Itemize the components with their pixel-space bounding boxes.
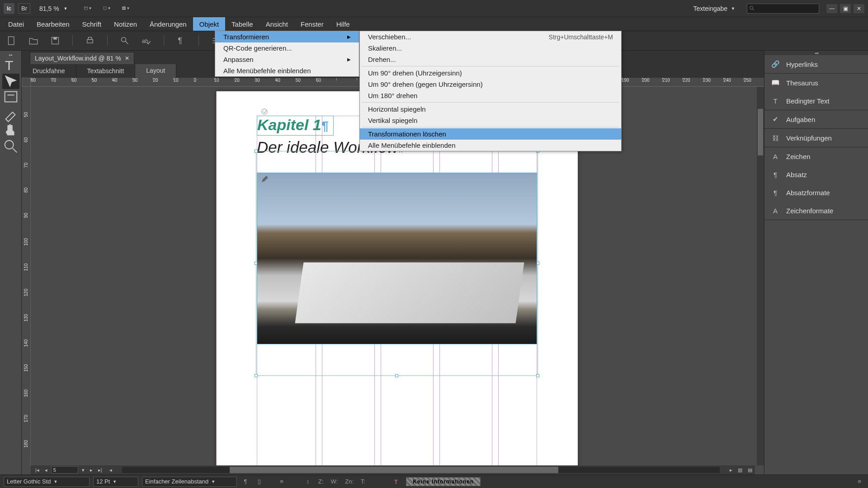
panel-absatz[interactable]: ¶Absatz [764, 165, 868, 183]
menu-item[interactable]: Alle Menübefehle einblenden [360, 140, 621, 151]
collapse-panels-button[interactable]: ◂◂ [764, 51, 868, 55]
panel-bedingter text[interactable]: TBedingter Text [764, 92, 868, 110]
statusbar-menu-icon[interactable]: ≡ [854, 477, 864, 487]
depth-icon[interactable]: ▯ [254, 477, 264, 487]
menu-item[interactable]: Verschieben...Strg+Umschalttaste+M [360, 31, 621, 42]
font-selector[interactable]: Letter Gothic Std▼ [4, 477, 90, 487]
save-icon[interactable] [51, 36, 60, 45]
info-icon[interactable]: T [392, 477, 402, 487]
split-view-button[interactable]: ▥ [735, 467, 745, 473]
panel-thesaurus[interactable]: 📖Thesaurus [764, 74, 868, 92]
panel-verknüpfungen[interactable]: ⛓Verknüpfungen [764, 129, 868, 147]
menu-hilfe[interactable]: Hilfe [330, 17, 356, 31]
pencil-icon [261, 176, 268, 183]
menu-objekt[interactable]: Objekt [193, 17, 225, 31]
scrollbar-track[interactable] [122, 467, 720, 473]
page-dropdown-button[interactable]: ▾ [80, 467, 86, 473]
image-frame[interactable] [257, 173, 537, 344]
svg-rect-3 [122, 7, 123, 8]
menu-item[interactable]: Anpassen▶ [215, 54, 359, 65]
scroll-right-button[interactable]: ▸ [727, 467, 735, 473]
first-page-button[interactable]: |◂ [33, 467, 41, 473]
menu-tabelle[interactable]: Tabelle [225, 17, 259, 31]
view-tab-textabschnitt[interactable]: Textabschnitt [76, 64, 136, 78]
search-input[interactable] [747, 4, 819, 14]
font-size-selector[interactable]: 12 Pt▼ [93, 477, 138, 487]
panel-zeichenformate[interactable]: AZeichenformate [764, 202, 868, 220]
screen-mode-icon[interactable]: ▼ [103, 5, 111, 13]
menu-änderungen[interactable]: Änderungen [143, 17, 193, 31]
type-tool[interactable]: T [2, 57, 19, 73]
page-number-field[interactable]: 5 [51, 466, 78, 474]
menu-fenster[interactable]: Fenster [294, 17, 330, 31]
svg-text:T: T [394, 479, 398, 485]
view-options-button[interactable]: ▤ [745, 467, 755, 473]
arrange-icon[interactable]: ▼ [122, 5, 130, 13]
menu-item[interactable]: Alle Menübefehle einblenden [215, 65, 359, 76]
search-icon [749, 5, 755, 12]
menu-ansicht[interactable]: Ansicht [259, 17, 294, 31]
panel-zeichen[interactable]: AZeichen [764, 147, 868, 165]
eyedropper-tool[interactable] [2, 106, 19, 122]
minimize-button[interactable]: — [826, 4, 837, 13]
align-left-icon[interactable]: ≡ [277, 477, 287, 487]
hand-tool[interactable] [2, 122, 19, 138]
leading-selector[interactable]: Einfacher Zeilenabstand▼ [142, 477, 237, 487]
svg-rect-2 [104, 7, 106, 9]
open-icon[interactable] [29, 36, 38, 45]
menu-item[interactable]: Vertikal spiegeln [360, 115, 621, 126]
menu-schrift[interactable]: Schrift [76, 17, 108, 31]
menu-item[interactable]: Um 180° drehen [360, 90, 621, 101]
find-icon[interactable] [120, 36, 129, 45]
text-stats-icon[interactable]: ¶ [241, 477, 250, 487]
bridge-button[interactable]: Br [18, 3, 30, 14]
titlebar: Ic Br 81,5 % ▼ ▼ ▼ ▼ Texteingabe ▼ — ▣ ✕ [0, 0, 868, 17]
panel-absatzformate[interactable]: ¶Absatzformate [764, 183, 868, 202]
close-icon[interactable]: ✕ [125, 55, 129, 61]
vertical-depth-icon[interactable]: ↕ [303, 477, 313, 487]
spellcheck-icon[interactable]: ab [142, 36, 151, 45]
menu-bearbeiten[interactable]: Bearbeiten [30, 17, 76, 31]
menu-item[interactable]: Um 90° drehen (Uhrzeigersinn) [360, 67, 621, 79]
next-page-button[interactable]: ▸ [88, 467, 94, 473]
charf-icon: A [771, 206, 780, 215]
vertical-ruler: 5060708090100110120130140150160170180 [22, 87, 31, 465]
zoom-tool[interactable] [2, 139, 19, 154]
chevron-down-icon: ▼ [64, 6, 68, 11]
menu-datei[interactable]: Datei [2, 17, 30, 31]
view-tab-layout[interactable]: Layout [135, 64, 176, 78]
svg-rect-13 [88, 38, 92, 40]
vertical-scrollbar[interactable] [757, 78, 764, 465]
prev-page-button[interactable]: ◂ [43, 467, 49, 473]
zoom-selector[interactable]: 81,5 % ▼ [36, 4, 71, 14]
menu-item[interactable]: Skalieren... [360, 42, 621, 54]
ruler-origin[interactable] [22, 78, 31, 87]
menu-item[interactable]: Transformieren▶ [215, 31, 359, 42]
objekt-menu: Transformieren▶QR-Code generieren...Anpa… [215, 31, 359, 77]
last-page-button[interactable]: ▸| [96, 467, 104, 473]
scroll-left-button[interactable]: ◂ [107, 467, 115, 473]
pilcrow-icon[interactable]: ¶ [177, 36, 186, 45]
note-tool[interactable] [2, 90, 19, 105]
close-button[interactable]: ✕ [854, 4, 864, 13]
new-icon[interactable] [7, 36, 16, 45]
menu-item[interactable]: Um 90° drehen (gegen Uhrzeigersinn) [360, 79, 621, 90]
document-tab[interactable]: Layout_Workflow.indd @ 81 % ✕ [30, 52, 134, 64]
panel-aufgaben[interactable]: ✔Aufgaben [764, 110, 868, 128]
maximize-button[interactable]: ▣ [840, 4, 851, 13]
panel-hyperlinks[interactable]: 🔗Hyperlinks [764, 55, 868, 73]
view-tab-druckfahne[interactable]: Druckfahne [22, 64, 76, 78]
zn-label: Zn: [343, 478, 355, 485]
position-tool[interactable] [2, 74, 19, 89]
view-options-icon[interactable]: ▼ [84, 5, 92, 13]
right-panels: ◂◂ 🔗Hyperlinks📖ThesaurusTBedingter Text✔… [764, 51, 868, 474]
svg-rect-12 [87, 40, 93, 43]
kapitel-frame[interactable]: Kapitel 1¶ [257, 116, 334, 136]
menu-item[interactable]: QR-Code generieren... [215, 42, 359, 54]
menu-item[interactable]: Transformationen löschen [360, 128, 621, 140]
print-icon[interactable] [85, 36, 94, 45]
workspace-selector[interactable]: Texteingabe ▼ [689, 3, 740, 14]
menu-item[interactable]: Horizontal spiegeln [360, 103, 621, 115]
menu-notizen[interactable]: Notizen [108, 17, 143, 31]
menu-item[interactable]: Drehen... [360, 54, 621, 65]
